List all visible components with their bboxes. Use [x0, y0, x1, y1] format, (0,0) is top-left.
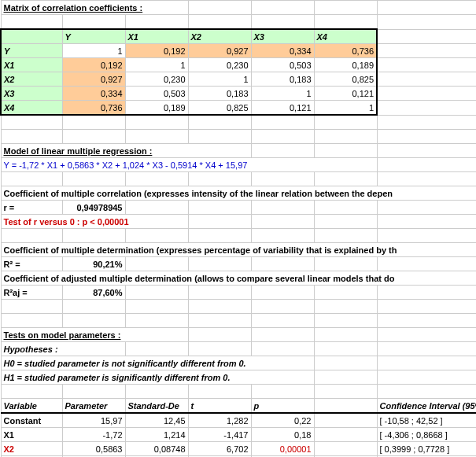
matrix-cell: 0,503: [125, 87, 188, 101]
matrix-cell: 0,334: [62, 87, 125, 101]
matrix-cell: 0,183: [251, 72, 314, 87]
r-value: 0,94978945: [62, 201, 125, 215]
param-header: Variable: [1, 399, 62, 414]
matrix-header: X1: [125, 29, 188, 44]
param-value: -1,72: [62, 428, 125, 442]
h1: H1 = studied parameter is significantly …: [1, 370, 314, 385]
model-equation: Y = -1,72 * X1 + 0,5863 * X2 + 1,024 * X…: [1, 158, 377, 172]
matrix-cell: 0,334: [251, 44, 314, 58]
param-t: 1,282: [188, 413, 251, 428]
matrix-row-label: Y: [1, 44, 62, 58]
matrix-cell: 0,192: [62, 58, 125, 72]
matrix-cell: 0,736: [314, 44, 377, 58]
matrix-title: Matrix of correlation coefficients :: [1, 1, 188, 15]
matrix-cell: 1: [62, 44, 125, 58]
matrix-cell: 0,927: [62, 72, 125, 87]
param-header: Parameter: [62, 399, 125, 414]
param-t: -1,417: [188, 428, 251, 442]
param-value: 0,5863: [62, 442, 125, 456]
param-header: p: [251, 399, 314, 414]
matrix-cell: 0,230: [188, 58, 251, 72]
matrix-cell: 0,183: [188, 87, 251, 101]
param-header: Standard-De: [125, 399, 188, 414]
param-variable: X1: [1, 428, 62, 442]
param-variable: X2: [1, 442, 62, 456]
h0: H0 = studied parameter is not significan…: [1, 356, 314, 370]
matrix-cell: 0,192: [125, 44, 188, 58]
matrix-header: Y: [62, 29, 125, 44]
param-header: t: [188, 399, 251, 414]
matrix-cell: 0,927: [188, 44, 251, 58]
param-variable: Constant: [1, 413, 62, 428]
param-value: 15,97: [62, 413, 125, 428]
r2aj-label: R²aj =: [1, 286, 62, 300]
r-label: r =: [1, 201, 62, 215]
matrix-header: X4: [314, 29, 377, 44]
r2aj-value: 87,60%: [62, 286, 125, 300]
r2-value: 90,21%: [62, 257, 125, 271]
matrix-cell: 0,121: [314, 87, 377, 101]
matrix-header: X3: [251, 29, 314, 44]
matrix-cell: 0,121: [251, 101, 314, 116]
matrix-cell: 0,230: [125, 72, 188, 87]
matrix-cell: 0,825: [314, 72, 377, 87]
spreadsheet: Matrix of correlation coefficients :YX1X…: [0, 0, 476, 457]
hypotheses-label: Hypotheses :: [1, 342, 125, 356]
param-std: 0,08748: [125, 442, 188, 456]
param-t: 6,702: [188, 442, 251, 456]
param-std: 1,214: [125, 428, 188, 442]
matrix-cell: 1: [125, 58, 188, 72]
r-test: Test of r versus 0 : p < 0,00001: [1, 215, 188, 229]
matrix-header: X2: [188, 29, 251, 44]
matrix-cell: 1: [188, 72, 251, 87]
matrix-cell: 0,189: [314, 58, 377, 72]
matrix-cell: 0,503: [251, 58, 314, 72]
param-p: 0,22: [251, 413, 314, 428]
matrix-cell: 1: [314, 101, 377, 116]
model-title: Model of linear multiple regression :: [1, 144, 251, 158]
param-ci: [ -10,58 ; 42,52 ]: [377, 413, 476, 428]
r2-label: R² =: [1, 257, 62, 271]
det-title: Coefficient of multiple determination (e…: [1, 243, 476, 257]
matrix-cell: 0,189: [125, 101, 188, 116]
matrix-cell: 1: [251, 87, 314, 101]
param-p: 0,18: [251, 428, 314, 442]
param-std: 12,45: [125, 413, 188, 428]
matrix-row-label: X3: [1, 87, 62, 101]
tests-title: Tests on model parameters :: [1, 328, 188, 342]
param-p: 0,00001: [251, 442, 314, 456]
param-ci: [ -4,306 ; 0,8668 ]: [377, 428, 476, 442]
matrix-row-label: X1: [1, 58, 62, 72]
matrix-row-label: X4: [1, 101, 62, 116]
matrix-row-label: X2: [1, 72, 62, 87]
param-header: Confidence Interval (95%): [377, 399, 476, 414]
adj-title: Coefficient of adjusted multiple determi…: [1, 271, 476, 286]
matrix-cell: 0,825: [188, 101, 251, 116]
corr-title: Coefficient of multiple correlation (exp…: [1, 186, 476, 201]
matrix-cell: 0,736: [62, 101, 125, 116]
param-ci: [ 0,3999 ; 0,7728 ]: [377, 442, 476, 456]
